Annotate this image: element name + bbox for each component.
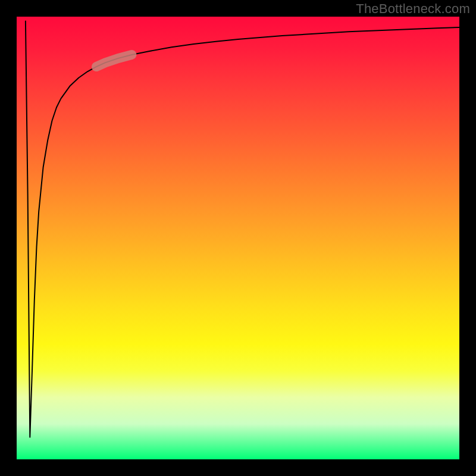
bottleneck-curve-line xyxy=(26,21,459,437)
watermark-text: TheBottleneck.com xyxy=(356,1,470,17)
bottleneck-curve-highlight xyxy=(96,55,132,67)
bottleneck-chart: TheBottleneck.com xyxy=(0,0,476,476)
chart-svg xyxy=(17,17,459,459)
